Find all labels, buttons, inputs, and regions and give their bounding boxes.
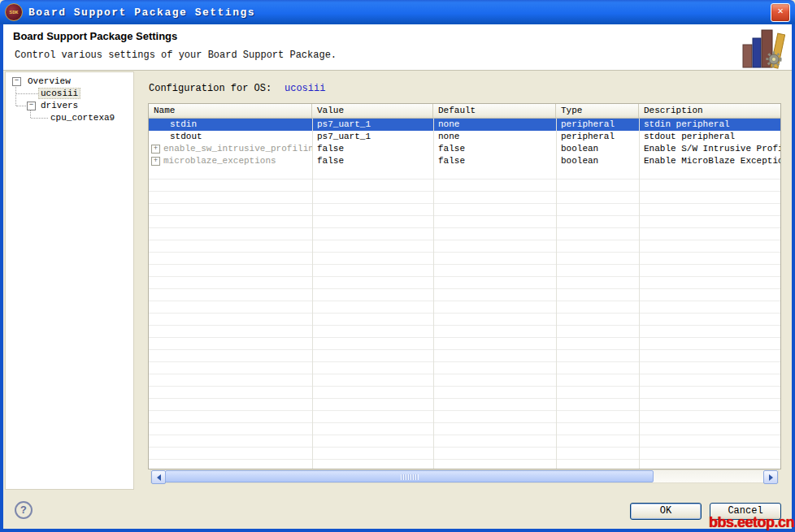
cell-text: false [317, 156, 344, 166]
tree-item-label: Overview [25, 76, 73, 86]
cell-text: stdin peripheral [644, 119, 730, 129]
cell-default: none [433, 131, 556, 143]
column-divider [433, 119, 434, 469]
cell-name: stdout [149, 131, 312, 143]
cell-description: stdout peripheral [639, 131, 780, 143]
tree-item-label: drivers [38, 101, 80, 110]
cell-value: ps7_uart_1 [312, 131, 433, 143]
window-border-left [0, 24, 3, 532]
table-empty-area [149, 167, 780, 469]
cell-text: ps7_uart_1 [317, 132, 371, 141]
cell-text: false [317, 144, 344, 154]
titlebar[interactable]: SDK Board Support Package Settings ✕ [0, 0, 795, 24]
column-header-type[interactable]: Type [556, 104, 639, 118]
cell-text: false [438, 156, 465, 166]
column-header-value[interactable]: Value [312, 104, 433, 118]
tree-item-label: ucosiii [38, 88, 80, 99]
bsp-settings-dialog: SDK Board Support Package Settings ✕ Boa… [0, 0, 795, 532]
ok-button[interactable]: OK [630, 503, 702, 520]
horizontal-scrollbar[interactable] [150, 469, 779, 483]
column-header-description[interactable]: Description [639, 104, 780, 118]
configuration-for-os-label: Configuration for OS: [149, 83, 272, 94]
cell-default: false [433, 155, 556, 167]
cell-text: ps7_uart_1 [317, 119, 371, 129]
window-title: Board Support Package Settings [28, 6, 771, 19]
cell-type: peripheral [556, 119, 639, 131]
tree-expander-minus-icon[interactable]: − [12, 77, 21, 86]
cell-default: false [433, 143, 556, 155]
help-icon[interactable]: ? [15, 501, 33, 519]
table-row-microblaze_exceptions[interactable]: +microblaze_exceptionsfalsefalsebooleanE… [149, 155, 780, 167]
column-divider [639, 119, 640, 469]
tree-connector [16, 106, 26, 106]
tree-connector [31, 118, 48, 119]
watermark: bbs.eetop.cn [709, 514, 794, 531]
table-header-row: NameValueDefaultTypeDescription [149, 104, 780, 119]
cell-text: peripheral [561, 119, 615, 129]
tree-connector [16, 93, 38, 94]
cell-text: false [438, 144, 465, 154]
cell-name: +microblaze_exceptions [149, 155, 312, 167]
cell-description: Enable S/W Intrusive Profiling [639, 143, 780, 155]
tree-connector [15, 83, 16, 106]
configuration-os-value: ucosiii [285, 83, 325, 94]
tree-connector [30, 110, 31, 118]
cell-text: stdout peripheral [644, 132, 735, 141]
window-border-bottom [0, 529, 795, 532]
dialog-header: Board Support Package Settings Control v… [3, 24, 792, 71]
cell-text: boolean [561, 144, 598, 154]
cell-type: boolean [556, 155, 639, 167]
bsp-tree: Overview−ucosiiidrivers−cpu_cortexa9 [5, 71, 134, 490]
window-border-right [792, 24, 795, 532]
sdk-app-icon: SDK [5, 3, 23, 21]
scrollbar-thumb[interactable] [165, 470, 654, 482]
cell-text: peripheral [561, 132, 615, 141]
settings-table: NameValueDefaultTypeDescription stdinps7… [148, 103, 781, 469]
table-row-enable_sw_intrusive_profiling[interactable]: +enable_sw_intrusive_profilingfalsefalse… [149, 143, 780, 155]
tree-item-cpu_cortexa9[interactable]: cpu_cortexa9 [48, 112, 117, 124]
cell-text: stdin [170, 119, 197, 129]
cell-type: peripheral [556, 131, 639, 143]
close-icon[interactable]: ✕ [771, 3, 790, 22]
cell-name: +enable_sw_intrusive_profiling [149, 143, 312, 155]
scroll-left-button[interactable] [151, 470, 166, 484]
table-row-stdout[interactable]: stdoutps7_uart_1noneperipheralstdout per… [149, 131, 780, 143]
cell-text: microblaze_exceptions [163, 156, 276, 166]
column-header-name[interactable]: Name [149, 104, 312, 118]
tree-item-ucosiii[interactable]: ucosiii [38, 88, 80, 100]
row-expander-plus-icon[interactable]: + [151, 145, 160, 154]
tree-item-Overview[interactable]: Overview [25, 76, 73, 88]
cell-default: none [433, 119, 556, 131]
tree-item-drivers[interactable]: drivers [38, 100, 80, 112]
scroll-right-button[interactable] [763, 470, 778, 484]
cell-value: ps7_uart_1 [312, 119, 433, 131]
row-expander-plus-icon[interactable]: + [151, 157, 160, 166]
tree-item-label: cpu_cortexa9 [48, 113, 117, 123]
cell-text: none [438, 132, 459, 141]
cell-value: false [312, 155, 433, 167]
table-body: stdinps7_uart_1noneperipheralstdin perip… [149, 119, 780, 469]
books-and-gear-icon [740, 28, 785, 69]
cell-text: stdout [170, 132, 202, 141]
column-divider [556, 119, 557, 469]
column-header-default[interactable]: Default [433, 104, 556, 118]
table-row-stdin[interactable]: stdinps7_uart_1noneperipheralstdin perip… [149, 119, 780, 131]
page-subtitle: Control various settings of your Board S… [15, 50, 337, 61]
cell-description: stdin peripheral [639, 119, 780, 131]
cell-name: stdin [149, 119, 312, 131]
chevron-left-icon [157, 474, 161, 481]
chevron-right-icon [769, 474, 773, 481]
column-divider [312, 119, 313, 469]
tree-expander-minus-icon[interactable]: − [27, 102, 36, 110]
cell-description: Enable MicroBlaze Exceptions [639, 155, 780, 167]
cell-value: false [312, 143, 433, 155]
cell-type: boolean [556, 143, 639, 155]
cell-text: Enable MicroBlaze Exceptions [644, 156, 780, 166]
page-title: Board Support Package Settings [13, 30, 177, 42]
cell-text: enable_sw_intrusive_profiling [163, 144, 312, 154]
cell-text: none [438, 119, 459, 129]
cell-text: boolean [561, 156, 598, 166]
cell-text: Enable S/W Intrusive Profiling [644, 144, 780, 154]
